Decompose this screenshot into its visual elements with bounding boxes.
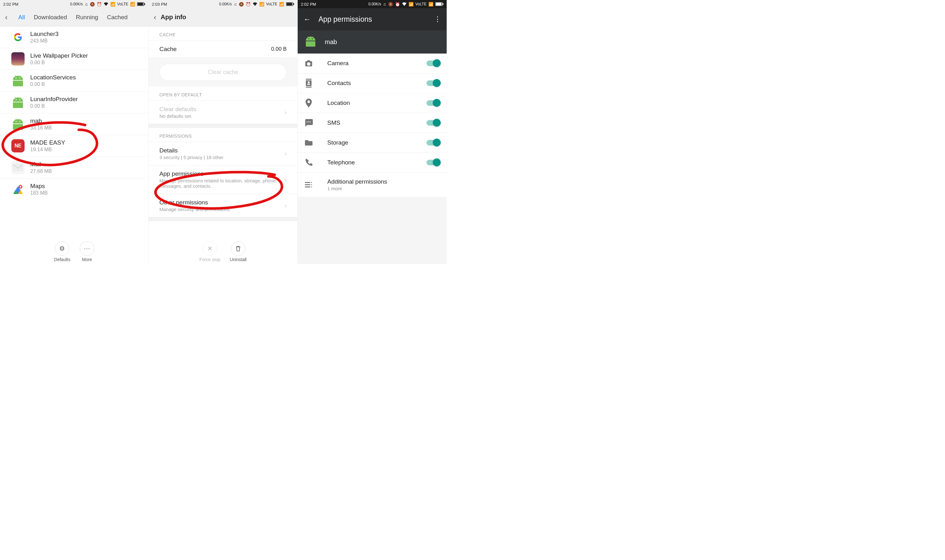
chevron-right-icon: › xyxy=(285,176,287,183)
dnd-icon: 🔕 xyxy=(239,2,244,7)
app-item-wallpaper[interactable]: Live Wallpaper Picker 0.00 B xyxy=(0,48,148,70)
app-name: Launcher3 xyxy=(30,31,58,37)
uninstall-button[interactable]: Uninstall xyxy=(229,241,247,262)
toggle[interactable] xyxy=(426,80,440,86)
tab-cached[interactable]: Cached xyxy=(107,14,128,21)
contacts-icon xyxy=(305,79,313,87)
clear-cache-button[interactable]: Clear cache xyxy=(159,64,287,81)
mail-icon xyxy=(11,161,25,174)
madeeasy-icon: NE xyxy=(11,139,25,152)
headphones-icon: ♫ xyxy=(234,2,237,7)
svg-rect-12 xyxy=(443,3,443,5)
svg-rect-1 xyxy=(138,3,143,6)
row-other-permissions[interactable]: Other permissions Manage security and pe… xyxy=(149,194,297,217)
alarm-icon: ⏰ xyxy=(97,2,102,7)
maps-icon xyxy=(11,183,25,196)
toggle[interactable] xyxy=(426,60,440,66)
status-bar: 2:02 PM 0.00K/s ♫ 🔕 ⏰ 📶 VoLTE 📶 xyxy=(298,0,447,8)
app-item-mab[interactable]: mab 33.16 MB xyxy=(0,113,148,135)
header: ← App permissions ⋮ xyxy=(298,8,447,30)
camera-icon xyxy=(305,59,313,68)
header: ‹ App info xyxy=(149,8,297,26)
svg-rect-11 xyxy=(436,3,442,6)
perm-camera[interactable]: Camera xyxy=(298,54,447,73)
signal-icon: 📶 xyxy=(428,2,434,7)
wallpaper-icon xyxy=(11,52,25,66)
perm-sms[interactable]: SMS xyxy=(298,113,447,133)
android-icon xyxy=(11,74,25,87)
row-details[interactable]: Details 3 security | 5 privacy | 18 othe… xyxy=(149,142,297,165)
app-item-maps[interactable]: Maps 183 MB xyxy=(0,178,148,200)
svg-rect-9 xyxy=(293,3,294,5)
toggle[interactable] xyxy=(426,100,440,106)
back-icon[interactable]: ‹ xyxy=(152,13,158,22)
svg-point-25 xyxy=(311,186,312,188)
row-cache[interactable]: Cache 0.00 B xyxy=(149,40,297,58)
tab-running[interactable]: Running xyxy=(76,14,98,21)
row-app-permissions[interactable]: App permissions Manage permissions relat… xyxy=(149,165,297,194)
dnd-icon: 🔕 xyxy=(388,2,393,7)
toggle[interactable] xyxy=(426,160,440,165)
app-list[interactable]: Launcher3 243 MB Live Wallpaper Picker 0… xyxy=(0,26,148,238)
svg-rect-3 xyxy=(13,164,23,171)
clear-cache-area: Clear cache xyxy=(149,58,297,87)
alarm-icon: ⏰ xyxy=(395,2,400,7)
chevron-right-icon: › xyxy=(285,202,287,209)
section-open-default: OPEN BY DEFAULT xyxy=(149,87,297,100)
more-button[interactable]: ⋯ More xyxy=(80,241,94,262)
signal-icon: 📶 xyxy=(130,2,135,7)
battery-icon xyxy=(436,2,443,6)
list-icon xyxy=(305,181,313,189)
signal-icon: 📶 xyxy=(409,2,414,7)
perm-contacts[interactable]: Contacts xyxy=(298,73,447,93)
back-arrow-icon[interactable]: ← xyxy=(303,15,311,24)
perm-location[interactable]: Location xyxy=(298,93,447,113)
force-stop-button[interactable]: ✕ Force stop xyxy=(199,241,220,262)
toggle[interactable] xyxy=(426,140,440,146)
app-item-launcher3[interactable]: Launcher3 243 MB xyxy=(0,26,148,48)
app-item-lunar[interactable]: LunarInfoProvider 0.00 B xyxy=(0,92,148,113)
svg-rect-21 xyxy=(305,184,310,185)
app-item-madeeasy[interactable]: NE MADE EASY 19.14 MB xyxy=(0,135,148,157)
wifi-icon xyxy=(402,2,407,6)
svg-rect-8 xyxy=(287,3,292,6)
svg-point-24 xyxy=(311,184,312,185)
perm-telephone[interactable]: Telephone xyxy=(298,153,447,172)
android-icon xyxy=(11,96,25,109)
trash-icon xyxy=(231,241,245,256)
headphones-icon: ♫ xyxy=(85,2,88,7)
wifi-icon xyxy=(104,2,108,6)
svg-point-17 xyxy=(306,121,308,122)
status-bar: 2:02 PM 0.00K/s ♫ 🔕 ⏰ 📶 VoLTE 📶 xyxy=(0,0,148,8)
app-item-mail[interactable]: Mail 27.68 MB xyxy=(0,157,148,178)
permissions-list: Camera Contacts Location SMS xyxy=(298,54,447,264)
app-name: mab xyxy=(325,38,337,46)
svg-rect-20 xyxy=(305,182,310,183)
row-clear-defaults[interactable]: Clear defaults No defaults set. › xyxy=(149,100,297,124)
battery-icon xyxy=(137,2,145,6)
app-item-location[interactable]: LocationServices 0.00 B xyxy=(0,70,148,92)
svg-point-23 xyxy=(311,182,312,183)
close-icon: ✕ xyxy=(203,241,217,256)
status-time: 2:03 PM xyxy=(152,2,167,7)
back-icon[interactable]: ‹ xyxy=(3,13,9,22)
page-title: App permissions xyxy=(319,15,434,24)
svg-point-19 xyxy=(309,121,311,122)
app-size: 243 MB xyxy=(30,38,58,44)
toggle[interactable] xyxy=(426,120,440,126)
svg-point-16 xyxy=(308,81,309,83)
wifi-icon xyxy=(252,2,257,6)
status-icons: 0.00K/s ♫ 🔕 ⏰ 📶 VoLTE 📶 xyxy=(368,2,443,7)
chevron-right-icon: › xyxy=(285,150,287,157)
tab-all[interactable]: All xyxy=(18,14,25,21)
svg-rect-22 xyxy=(305,186,310,188)
perm-storage[interactable]: Storage xyxy=(298,133,447,153)
storage-icon xyxy=(305,138,313,147)
screen-apps-list: 2:02 PM 0.00K/s ♫ 🔕 ⏰ 📶 VoLTE 📶 ‹ All Do… xyxy=(0,0,149,264)
more-vert-icon[interactable]: ⋮ xyxy=(434,15,441,23)
headphones-icon: ♫ xyxy=(383,2,386,7)
status-time: 2:02 PM xyxy=(3,2,18,7)
perm-additional[interactable]: Additional permissions 1 more xyxy=(298,172,447,197)
defaults-button[interactable]: ⚙ Defaults xyxy=(54,241,70,262)
tab-downloaded[interactable]: Downloaded xyxy=(34,14,67,21)
